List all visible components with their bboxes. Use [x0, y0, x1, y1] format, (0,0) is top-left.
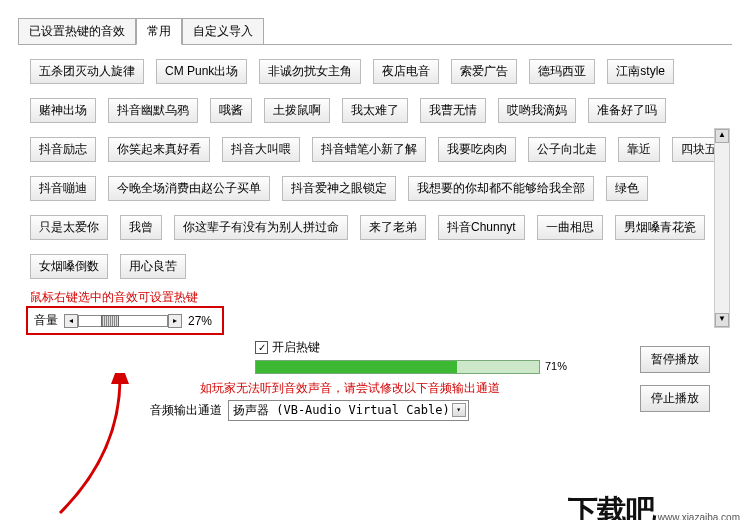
- scroll-up-icon[interactable]: ▲: [715, 129, 729, 143]
- sound-tag[interactable]: 绿色: [606, 176, 648, 201]
- enable-hotkey-label: 开启热键: [272, 339, 320, 356]
- sound-tag[interactable]: CM Punk出场: [156, 59, 247, 84]
- sound-tag[interactable]: 男烟嗓青花瓷: [615, 215, 705, 240]
- annotation-arrow-icon: [50, 373, 170, 520]
- sound-tag[interactable]: 抖音幽默乌鸦: [108, 98, 198, 123]
- watermark: 下载吧 www.xiazaiba.com: [568, 491, 740, 520]
- sound-tag[interactable]: 江南style: [607, 59, 674, 84]
- audio-tip-text: 如玩家无法听到音效声音，请尝试修改以下音频输出通道: [200, 380, 500, 397]
- dropdown-arrow-icon[interactable]: ▾: [452, 403, 466, 417]
- progress-row: 71%: [255, 360, 575, 374]
- sound-tag[interactable]: 非诚勿扰女主角: [259, 59, 361, 84]
- sound-tag[interactable]: 抖音蜡笔小新了解: [312, 137, 426, 162]
- tab-custom-import[interactable]: 自定义导入: [182, 18, 264, 45]
- volume-control: 音量 ◂ ▸ 27%: [30, 310, 220, 331]
- watermark-sub: www.xiazaiba.com: [658, 512, 740, 520]
- tab-common[interactable]: 常用: [136, 18, 182, 45]
- tabstrip: 已设置热键的音效 常用 自定义导入: [18, 18, 750, 45]
- volume-label: 音量: [34, 312, 58, 329]
- volume-thumb[interactable]: [101, 315, 119, 327]
- audio-output-select[interactable]: 扬声器 (VB-Audio Virtual Cable) ▾: [228, 400, 469, 421]
- scrollbar[interactable]: ▲ ▼: [714, 128, 730, 328]
- tab-hotkey-sounds[interactable]: 已设置热键的音效: [18, 18, 136, 45]
- sound-tag[interactable]: 只是太爱你: [30, 215, 108, 240]
- sound-tag[interactable]: 德玛西亚: [529, 59, 595, 84]
- sound-tag[interactable]: 女烟嗓倒数: [30, 254, 108, 279]
- sound-tag[interactable]: 抖音嘣迪: [30, 176, 96, 201]
- audio-output-row: 音频输出通道 扬声器 (VB-Audio Virtual Cable) ▾: [150, 400, 469, 421]
- sound-tag[interactable]: 抖音励志: [30, 137, 96, 162]
- sound-tag[interactable]: 索爱广告: [451, 59, 517, 84]
- sound-tag[interactable]: 哦酱: [210, 98, 252, 123]
- hotkey-tip-text: 鼠标右键选中的音效可设置热键: [30, 289, 750, 306]
- sound-tag[interactable]: 抖音Chunnyt: [438, 215, 525, 240]
- progress-bar: [255, 360, 540, 374]
- sound-tag[interactable]: 公子向北走: [528, 137, 606, 162]
- sound-tag[interactable]: 我曹无情: [420, 98, 486, 123]
- sound-tag[interactable]: 抖音大叫喂: [222, 137, 300, 162]
- sound-tag[interactable]: 土拨鼠啊: [264, 98, 330, 123]
- side-button-group: 暂停播放 停止播放: [640, 346, 710, 412]
- watermark-main: 下载吧: [568, 491, 655, 520]
- sound-tag[interactable]: 抖音爱神之眼锁定: [282, 176, 396, 201]
- sound-tag[interactable]: 五杀团灭动人旋律: [30, 59, 144, 84]
- sound-tag-grid: 五杀团灭动人旋律CM Punk出场非诚勿扰女主角夜店电音索爱广告德玛西亚江南st…: [30, 59, 734, 279]
- scroll-down-icon[interactable]: ▼: [715, 313, 729, 327]
- sound-tag[interactable]: 哎哟我滴妈: [498, 98, 576, 123]
- sound-tag[interactable]: 你这辈子有没有为别人拼过命: [174, 215, 348, 240]
- sound-tag[interactable]: 赌神出场: [30, 98, 96, 123]
- audio-output-label: 音频输出通道: [150, 402, 222, 419]
- pause-button[interactable]: 暂停播放: [640, 346, 710, 373]
- progress-percent: 71%: [545, 360, 567, 372]
- volume-decrease-icon[interactable]: ◂: [64, 314, 78, 328]
- sound-tag[interactable]: 夜店电音: [373, 59, 439, 84]
- volume-slider[interactable]: [78, 315, 168, 327]
- sound-tag[interactable]: 我想要的你却都不能够给我全部: [408, 176, 594, 201]
- sound-tag[interactable]: 我曾: [120, 215, 162, 240]
- stop-button[interactable]: 停止播放: [640, 385, 710, 412]
- sound-tag[interactable]: 你笑起来真好看: [108, 137, 210, 162]
- volume-value: 27%: [188, 314, 212, 328]
- sound-tag[interactable]: 我太难了: [342, 98, 408, 123]
- check-icon: ✓: [258, 343, 266, 353]
- sound-tag[interactable]: 准备好了吗: [588, 98, 666, 123]
- sound-tag[interactable]: 用心良苦: [120, 254, 186, 279]
- sound-tag[interactable]: 今晚全场消费由赵公子买单: [108, 176, 270, 201]
- volume-increase-icon[interactable]: ▸: [168, 314, 182, 328]
- sound-tag[interactable]: 靠近: [618, 137, 660, 162]
- progress-fill: [256, 361, 457, 373]
- sound-tag[interactable]: 来了老弟: [360, 215, 426, 240]
- sound-tag[interactable]: 我要吃肉肉: [438, 137, 516, 162]
- sound-tag[interactable]: 一曲相思: [537, 215, 603, 240]
- enable-hotkey-checkbox[interactable]: ✓: [255, 341, 268, 354]
- hotkey-toggle-row: ✓ 开启热键: [255, 339, 320, 356]
- audio-output-value: 扬声器 (VB-Audio Virtual Cable): [233, 403, 450, 417]
